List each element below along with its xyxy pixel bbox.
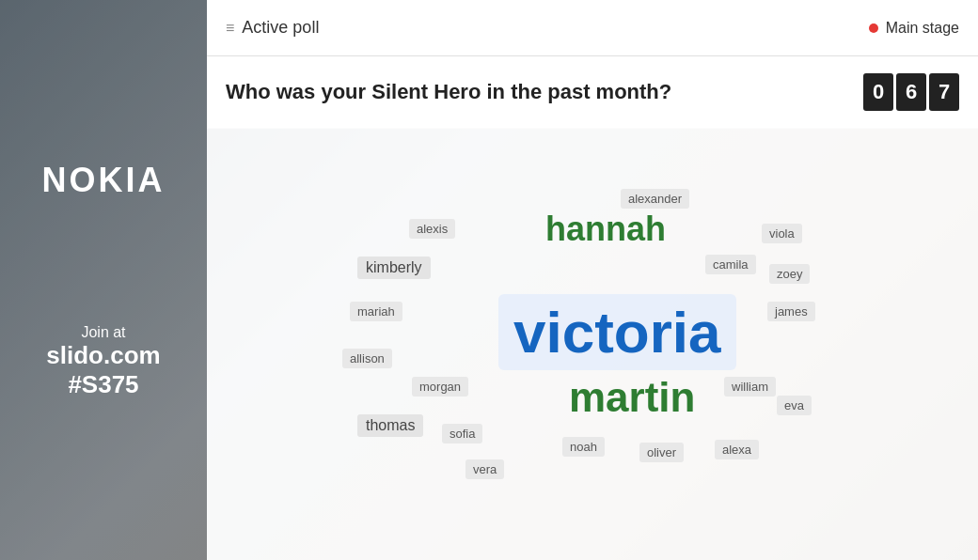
live-indicator: [869, 23, 878, 33]
vote-digit-2: 7: [929, 73, 959, 111]
wordcloud-word-william: william: [724, 377, 776, 397]
wordcloud-word-mariah: mariah: [350, 302, 402, 321]
nokia-logo: NOKIA: [42, 161, 166, 200]
vote-counter: 0 6 7: [863, 73, 959, 111]
main-stage-label: Main stage: [886, 20, 959, 37]
join-text: Join at: [46, 324, 160, 341]
wordcloud-word-alexis: alexis: [409, 219, 455, 239]
wordcloud-word-noah: noah: [562, 437, 605, 457]
slido-url: slido.com: [46, 341, 160, 370]
wordcloud-word-kimberly: kimberly: [357, 257, 431, 279]
wordcloud-word-martin: martin: [569, 374, 695, 421]
sidebar: NOKIA Join at slido.com #S375: [0, 0, 207, 560]
wordcloud-area: victoriahannahmartinkimberlyalexisalexan…: [207, 122, 978, 560]
active-poll-section: ≡ Active poll: [226, 18, 319, 38]
question-text: Who was your Silent Hero in the past mon…: [226, 80, 671, 104]
wordcloud-word-victoria: victoria: [498, 294, 736, 370]
poll-icon: ≡: [226, 20, 234, 37]
wordcloud-word-alexa: alexa: [715, 440, 759, 459]
slido-code: #S375: [46, 370, 160, 399]
wordcloud-word-eva: eva: [777, 396, 812, 415]
wordcloud-word-allison: allison: [342, 349, 392, 368]
wordcloud-word-hannah: hannah: [545, 210, 666, 249]
wordcloud-word-thomas: thomas: [357, 414, 423, 437]
main-stage-section: Main stage: [869, 20, 959, 37]
wordcloud-word-alexander: alexander: [621, 189, 689, 209]
active-poll-label: Active poll: [242, 18, 319, 38]
wordcloud-word-morgan: morgan: [412, 377, 468, 397]
vote-digit-1: 6: [896, 73, 926, 111]
wordcloud-word-vera: vera: [465, 459, 504, 479]
wordcloud-word-camila: camila: [705, 255, 756, 274]
top-bar: ≡ Active poll Main stage: [207, 0, 978, 56]
wordcloud-word-oliver: oliver: [639, 443, 684, 462]
vote-digit-0: 0: [863, 73, 893, 111]
question-bar: Who was your Silent Hero in the past mon…: [207, 56, 978, 129]
wordcloud-word-james: james: [767, 302, 815, 321]
main-panel: ≡ Active poll Main stage Who was your Si…: [207, 0, 978, 560]
wordcloud-word-zoey: zoey: [769, 264, 810, 284]
wordcloud-container: victoriahannahmartinkimberlyalexisalexan…: [329, 163, 856, 520]
wordcloud-word-viola: viola: [762, 224, 802, 243]
wordcloud-word-sofia: sofia: [442, 424, 482, 443]
